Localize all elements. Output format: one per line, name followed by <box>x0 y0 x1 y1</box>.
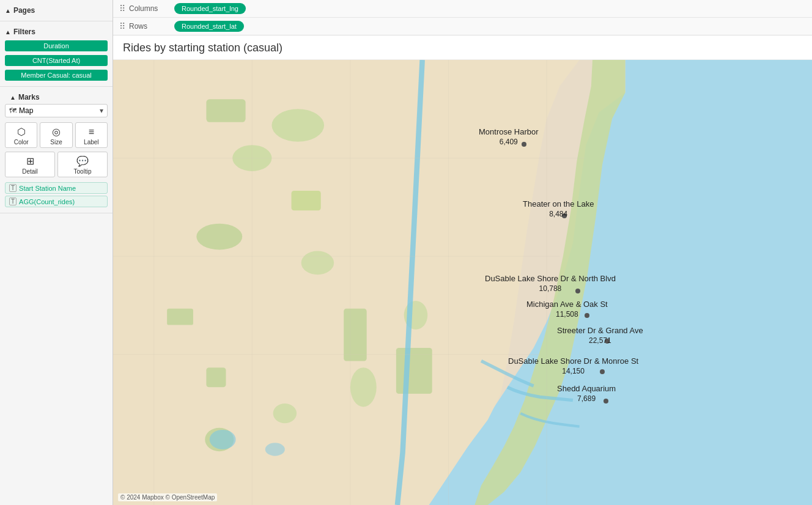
marks-buttons-group: ⬡ Color ◎ Size ≡ Label <box>5 122 108 148</box>
rows-label-container: ⠿ Rows <box>119 21 174 31</box>
rows-label: Rows <box>129 22 147 31</box>
chart-area: Rides by starting station (casual) <box>113 35 812 505</box>
size-label: Size <box>50 139 62 146</box>
svg-point-18 <box>210 430 236 449</box>
map-copyright: © 2024 Mapbox © OpenStreetMap <box>118 493 217 501</box>
pages-chevron: ▲ <box>5 7 11 14</box>
marks-size-btn[interactable]: ◎ Size <box>40 122 72 148</box>
marks-chevron: ▲ <box>10 94 16 101</box>
marks-type-dropdown[interactable]: 🗺 Map ▾ <box>5 104 108 117</box>
t-icon-2: T <box>9 197 17 205</box>
toolbar: ⠿ Columns Rounded_start_lng ⠿ Rows Round… <box>113 0 812 35</box>
color-icon: ⬡ <box>17 126 26 138</box>
pages-section: ▲ Pages <box>0 0 113 21</box>
main-content: ⠿ Columns Rounded_start_lng ⠿ Rows Round… <box>113 0 812 505</box>
filter-cnt-started-at[interactable]: CNT(Started At) <box>5 55 108 66</box>
svg-point-10 <box>350 367 377 407</box>
filter-duration[interactable]: Duration <box>5 40 108 51</box>
marks-row2-group: ⊞ Detail 💬 Tooltip <box>5 152 108 177</box>
t-icon-1: T <box>9 184 17 192</box>
marks-header[interactable]: ▲ Marks <box>5 90 108 104</box>
svg-point-3 <box>271 109 324 142</box>
detail-label: Detail <box>22 168 38 175</box>
columns-row: ⠿ Columns Rounded_start_lng <box>113 0 812 18</box>
marks-tooltip-btn[interactable]: 💬 Tooltip <box>57 152 108 177</box>
label-icon: ≡ <box>89 127 94 138</box>
dot-michigan <box>585 313 589 318</box>
columns-label: Columns <box>129 4 158 13</box>
marks-label-btn[interactable]: ≡ Label <box>75 122 108 148</box>
map-type-icon: 🗺 <box>9 106 17 115</box>
color-label: Color <box>14 139 29 146</box>
marks-color-btn[interactable]: ⬡ Color <box>5 122 37 148</box>
detail-pill-count-rides[interactable]: T AGG(Count_rides) <box>5 196 108 207</box>
filters-label: Filters <box>13 28 35 36</box>
chart-title: Rides by starting station (casual) <box>113 35 812 60</box>
map-background <box>113 60 812 505</box>
rows-row: ⠿ Rows Rounded_start_lat <box>113 18 812 35</box>
dot-shedd <box>603 399 608 404</box>
dot-theater <box>562 213 567 218</box>
label-label: Label <box>84 139 98 146</box>
dot-montrose <box>522 142 526 147</box>
dot-dusable-monroe <box>600 369 605 374</box>
marks-dropdown-arrow: ▾ <box>100 106 103 115</box>
svg-rect-16 <box>167 309 193 325</box>
marks-label: Marks <box>18 93 40 101</box>
size-icon: ◎ <box>52 126 61 138</box>
svg-rect-5 <box>206 99 245 122</box>
filter-member-casual[interactable]: Member Casual: casual <box>5 70 108 81</box>
marks-section: ▲ Marks 🗺 Map ▾ ⬡ Color ◎ Size ≡ Label ⊞ <box>0 87 113 213</box>
marks-dropdown-label: Map <box>19 106 33 115</box>
svg-point-7 <box>196 224 242 250</box>
svg-rect-11 <box>206 367 226 387</box>
rows-pill[interactable]: Rounded_start_lat <box>174 21 244 32</box>
svg-point-8 <box>301 251 334 275</box>
columns-pill[interactable]: Rounded_start_lng <box>174 3 246 14</box>
svg-rect-6 <box>292 191 321 210</box>
svg-point-13 <box>273 404 297 423</box>
svg-rect-14 <box>396 348 432 394</box>
pages-label: Pages <box>13 6 35 15</box>
tooltip-icon: 💬 <box>76 155 89 167</box>
sidebar: ▲ Pages ▲ Filters Duration CNT(Started A… <box>0 0 113 505</box>
dot-dusable-north <box>575 289 580 293</box>
svg-rect-9 <box>344 309 366 361</box>
detail-icon: ⊞ <box>26 155 34 167</box>
map-container[interactable]: Montrose Harbor 6,409 Theater on the Lak… <box>113 60 812 505</box>
rows-dots-icon: ⠿ <box>119 21 125 31</box>
dot-streeter <box>605 339 610 344</box>
tooltip-label: Tooltip <box>74 168 92 175</box>
count-rides-pill-label: AGG(Count_rides) <box>19 198 75 205</box>
marks-detail-btn[interactable]: ⊞ Detail <box>5 152 55 177</box>
columns-label-container: ⠿ Columns <box>119 4 174 13</box>
detail-pill-station-name[interactable]: T Start Station Name <box>5 182 108 194</box>
station-name-pill-label: Start Station Name <box>19 185 76 192</box>
filters-section: ▲ Filters Duration CNT(Started At) Membe… <box>0 21 113 87</box>
filters-header[interactable]: ▲ Filters <box>0 25 113 39</box>
svg-point-19 <box>265 443 285 455</box>
columns-dots-icon: ⠿ <box>119 4 125 13</box>
pages-header[interactable]: ▲ Pages <box>0 4 113 17</box>
filters-chevron: ▲ <box>5 29 11 35</box>
